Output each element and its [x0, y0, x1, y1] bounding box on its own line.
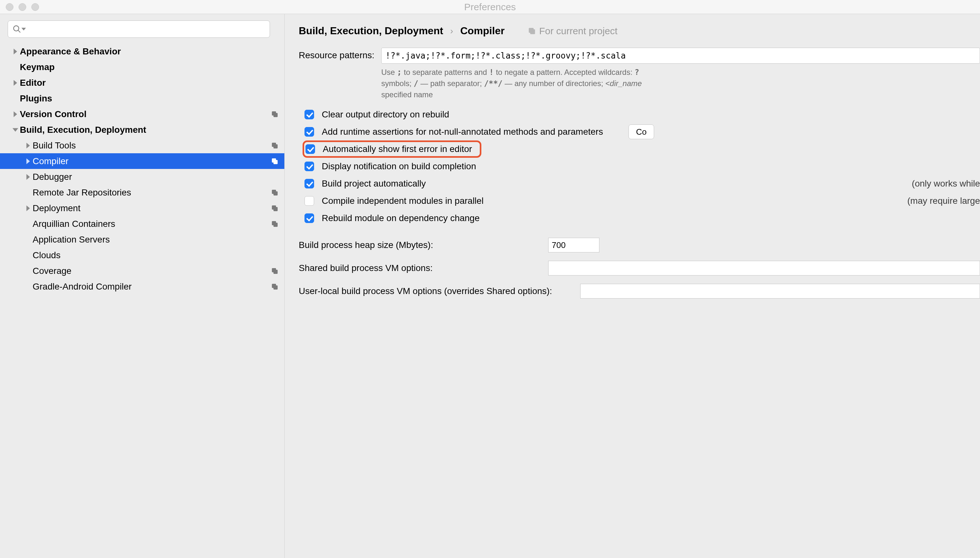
sidebar-item-application-servers[interactable]: Application Servers: [0, 231, 284, 247]
svg-rect-3: [274, 113, 278, 117]
checkbox-label[interactable]: Automatically show first error in editor: [323, 144, 472, 154]
project-scope-icon: [271, 110, 279, 118]
chevron-down-icon[interactable]: [21, 27, 26, 31]
sidebar-item-keymap[interactable]: Keymap: [0, 59, 284, 75]
svg-rect-11: [274, 207, 278, 211]
minimize-window-button[interactable]: [18, 3, 26, 11]
project-scope-icon: [271, 204, 279, 212]
configure-button[interactable]: Co: [628, 125, 654, 139]
checkbox-label[interactable]: Rebuild module on dependency change: [322, 213, 480, 223]
checkbox-label[interactable]: Clear output directory on rebuild: [322, 110, 449, 120]
breadcrumb-parent[interactable]: Build, Execution, Deployment: [299, 25, 443, 37]
expand-arrow-icon[interactable]: [11, 49, 20, 54]
project-scope-icon: [528, 27, 536, 35]
checkbox-suffix-note: (may require large: [888, 196, 980, 206]
sidebar-item-label: Gradle-Android Compiler: [33, 282, 132, 292]
svg-rect-19: [530, 29, 535, 34]
checkbox-row: Compile independent modules in parallel(…: [305, 192, 980, 210]
checkbox-label[interactable]: Build project automatically: [322, 179, 426, 189]
sidebar-item-label: Keymap: [20, 62, 55, 72]
sidebar-item-plugins[interactable]: Plugins: [0, 90, 284, 106]
sidebar-item-editor[interactable]: Editor: [0, 75, 284, 90]
project-scope-icon: [271, 158, 279, 165]
checkbox-row: Display notification on build completion: [305, 158, 980, 175]
expand-arrow-icon[interactable]: [11, 80, 20, 86]
checkbox-label[interactable]: Add runtime assertions for not-null-anno…: [322, 127, 603, 137]
resource-patterns-label: Resource patterns:: [299, 48, 381, 61]
expand-arrow-icon[interactable]: [11, 112, 20, 117]
sidebar-item-coverage[interactable]: Coverage: [0, 263, 284, 279]
sidebar-item-arquillian-containers[interactable]: Arquillian Containers: [0, 216, 284, 231]
checkbox[interactable]: [305, 213, 314, 223]
sidebar-item-compiler[interactable]: Compiler: [0, 153, 284, 169]
checkbox-label[interactable]: Compile independent modules in parallel: [322, 196, 483, 206]
project-scope-icon: [271, 189, 279, 197]
checkbox[interactable]: [305, 162, 314, 171]
svg-rect-7: [274, 160, 278, 164]
zoom-window-button[interactable]: [31, 3, 39, 11]
checkbox[interactable]: [305, 196, 314, 206]
sidebar-item-label: Compiler: [33, 156, 69, 166]
checkbox[interactable]: [305, 179, 314, 189]
user-vm-input[interactable]: [580, 284, 980, 299]
shared-vm-label: Shared build process VM options:: [299, 263, 548, 273]
resource-patterns-input[interactable]: [381, 48, 980, 64]
expand-arrow-icon[interactable]: [24, 158, 33, 164]
sidebar-item-deployment[interactable]: Deployment: [0, 200, 284, 216]
breadcrumb-current: Compiler: [460, 25, 505, 37]
checkbox-row: Automatically show first error in editor: [303, 141, 481, 158]
chevron-right-icon: ›: [450, 26, 453, 36]
search-field[interactable]: [8, 20, 270, 38]
svg-line-1: [18, 30, 20, 33]
sidebar-item-appearance-behavior[interactable]: Appearance & Behavior: [0, 44, 284, 59]
sidebar-item-label: Editor: [20, 78, 46, 88]
sidebar-item-gradle-android-compiler[interactable]: Gradle-Android Compiler: [0, 279, 284, 294]
checkbox-label[interactable]: Display notification on build completion: [322, 161, 476, 171]
expand-arrow-icon[interactable]: [11, 127, 20, 133]
search-input[interactable]: [28, 24, 265, 34]
checkbox-row: Clear output directory on rebuild: [305, 106, 980, 123]
settings-tree: Appearance & BehaviorKeymapEditorPlugins…: [0, 44, 284, 294]
checkbox-row: Add runtime assertions for not-null-anno…: [305, 123, 980, 141]
checkbox-group: Clear output directory on rebuildAdd run…: [305, 106, 980, 227]
heap-size-input[interactable]: [548, 238, 600, 253]
checkbox-row: Rebuild module on dependency change: [305, 210, 980, 227]
sidebar-item-label: Coverage: [33, 266, 71, 276]
shared-vm-row: Shared build process VM options:: [299, 261, 980, 276]
main: Appearance & BehaviorKeymapEditorPlugins…: [0, 14, 980, 558]
svg-rect-15: [274, 270, 278, 274]
heap-size-row: Build process heap size (Mbytes):: [299, 238, 980, 253]
sidebar-item-debugger[interactable]: Debugger: [0, 169, 284, 185]
sidebar: Appearance & BehaviorKeymapEditorPlugins…: [0, 14, 285, 558]
shared-vm-input[interactable]: [548, 261, 980, 276]
sidebar-item-label: Appearance & Behavior: [20, 46, 121, 57]
sidebar-item-label: Build, Execution, Deployment: [20, 125, 146, 135]
sidebar-item-label: Clouds: [33, 250, 61, 261]
sidebar-item-clouds[interactable]: Clouds: [0, 247, 284, 263]
checkbox[interactable]: [305, 110, 314, 119]
sidebar-item-label: Version Control: [20, 109, 86, 119]
close-window-button[interactable]: [6, 3, 13, 11]
content-pane: Build, Execution, Deployment › Compiler …: [285, 14, 980, 558]
search-icon: [13, 25, 21, 34]
sidebar-item-label: Plugins: [20, 94, 52, 103]
sidebar-item-label: Debugger: [33, 172, 72, 182]
project-scope-icon: [271, 267, 279, 275]
checkbox-row: Build project automatically(only works w…: [305, 175, 980, 192]
sidebar-item-label: Remote Jar Repositories: [33, 187, 131, 198]
svg-rect-5: [274, 144, 278, 148]
resource-patterns-row: Resource patterns:: [299, 48, 980, 64]
expand-arrow-icon[interactable]: [24, 143, 33, 148]
expand-arrow-icon[interactable]: [24, 205, 33, 211]
checkbox[interactable]: [305, 127, 314, 136]
svg-rect-9: [274, 191, 278, 195]
checkbox[interactable]: [305, 144, 315, 154]
sidebar-item-version-control[interactable]: Version Control: [0, 106, 284, 122]
sidebar-item-build-execution-deployment[interactable]: Build, Execution, Deployment: [0, 122, 284, 138]
sidebar-item-remote-jar-repositories[interactable]: Remote Jar Repositories: [0, 185, 284, 200]
sidebar-item-build-tools[interactable]: Build Tools: [0, 138, 284, 153]
expand-arrow-icon[interactable]: [24, 174, 33, 180]
svg-point-0: [14, 26, 19, 31]
checkbox-suffix-note: (only works while: [893, 179, 980, 189]
project-scope-icon: [271, 220, 279, 228]
